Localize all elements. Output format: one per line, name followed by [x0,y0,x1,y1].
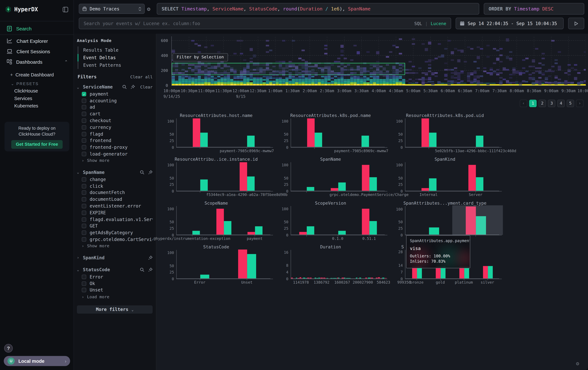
source-settings-gear-icon[interactable]: ⚙ [147,6,150,12]
page-4-button[interactable]: 4 [557,100,565,107]
preset-services[interactable]: Services [14,96,32,101]
inlier-bar[interactable] [476,177,483,191]
filter-option-documentfetch[interactable]: documentFetch [77,190,152,196]
outlier-bar[interactable] [362,209,369,235]
filter-by-selection-button[interactable]: Filter by Selection [172,53,228,61]
inlier-bar[interactable] [307,187,314,191]
inlier-bar[interactable] [369,177,377,191]
filter-group-header-SpanName[interactable]: ⌄SpanName [77,169,152,176]
user-menu[interactable]: U Local mode › [4,356,70,366]
inlier-bar[interactable] [307,226,314,235]
inlier-bar[interactable] [429,178,437,191]
filter-option-unset[interactable]: Unset [77,287,152,293]
page-prev-button[interactable]: ‹ [520,100,527,107]
inlier-bar[interactable] [255,226,262,235]
show-more-button[interactable]: ›Show more [77,157,152,164]
filter-option-frontend-proxy[interactable]: frontend-proxy [77,144,152,150]
sql-select-input[interactable]: SELECT Timestamp, ServiceName, StatusCod… [157,3,479,15]
checkbox[interactable] [82,118,86,123]
outlier-bar[interactable] [469,165,476,191]
filter-option-get[interactable]: GET [77,223,152,230]
filter-option-accounting[interactable]: accounting [77,97,152,104]
filter-option-payment[interactable]: ✓payment [77,91,152,97]
checkbox[interactable] [82,184,86,188]
pin-icon[interactable] [148,255,153,260]
chart-scopeversion[interactable]: ScopeVersion025501000.1.00.51.1 [273,200,388,244]
source-select[interactable]: Demo Traces [79,4,145,14]
filter-option-click[interactable]: click [77,183,152,189]
checkbox[interactable] [82,197,86,202]
checkbox[interactable] [82,224,86,228]
inlier-bar[interactable] [315,132,322,147]
checkbox[interactable] [82,112,86,116]
settings-gear-icon[interactable]: ⚙ [576,360,579,366]
chart-duration[interactable]: Duration04816114197813867921600267200027… [273,244,388,288]
filter-option-flagd-evaluation-v1-serv-[interactable]: flagd.evaluation.v1.Serv… [77,216,152,223]
inlier-bar[interactable] [200,275,209,279]
checkbox[interactable] [82,281,86,286]
sidebar-item-dashboards[interactable]: Dashboards ⌃ [0,57,74,67]
load-more-button[interactable]: ›Load more [77,293,152,300]
filter-option-getadsbycategory[interactable]: getAdsByCategory [77,230,152,236]
filter-group-header-SpanKind[interactable]: ›SpanKind [77,254,152,261]
filter-option-error[interactable]: Error [77,273,152,280]
pin-icon[interactable] [148,170,153,175]
checkbox[interactable] [82,217,86,222]
chart-resourceattribu-ice-instance-id[interactable]: ResourceAttribu..ice.instance.id02550100… [159,156,273,200]
mode-lucene[interactable]: Lucene [431,21,446,26]
checkbox[interactable] [82,105,86,110]
filter-option-cart[interactable]: cart [77,111,152,117]
checkbox[interactable] [82,230,86,235]
search-icon[interactable] [122,85,127,89]
filter-option-load-generator[interactable]: load-generator [77,151,152,157]
filter-option-change[interactable]: change [77,176,152,183]
inlier-bar[interactable] [247,176,255,191]
filter-option-ok[interactable]: Ok [77,280,152,287]
sidebar-item-chart-explorer[interactable]: Chart Explorer [0,36,74,46]
checkbox[interactable] [82,275,86,279]
help-button[interactable]: ? [4,344,13,353]
analysis-mode-event-deltas[interactable]: Event Deltas [78,54,153,61]
search-input[interactable] [84,21,411,26]
chart-resourceattributes-host-name[interactable]: ResourceAttributes.host.name02550100paym… [159,112,273,156]
filter-option-currency[interactable]: currency [77,124,152,131]
create-dashboard-button[interactable]: + Create Dashboard [10,72,54,78]
preset-kubernetes[interactable]: Kubernetes [14,103,38,109]
outlier-bar[interactable] [362,165,369,191]
chevron-up-icon[interactable]: ⌃ [64,59,68,64]
outlier-bar[interactable] [299,232,307,235]
filter-option-documentload[interactable]: documentLoad [77,196,152,203]
inlier-bar[interactable] [338,182,346,191]
checkbox[interactable] [82,288,86,292]
checkbox[interactable] [82,99,86,103]
inlier-bar[interactable] [476,136,483,147]
chart-scopename[interactable]: ScopeName02550100@hyperdx/instrumentatio… [159,200,273,244]
chart-resourceattributes-k8s-pod-uid[interactable]: ResourceAttributes.k8s.pod.uid025501005e… [388,112,502,156]
mode-sql[interactable]: SQL [414,21,422,26]
search-icon[interactable] [140,170,144,175]
outlier-bar[interactable] [238,250,247,278]
preset-clickhouse[interactable]: ClickHouse [14,89,38,94]
page-2-button[interactable]: 2 [539,100,546,107]
filter-group-header-StatusCode[interactable]: ⌄StatusCode [77,266,152,274]
outlier-bar[interactable] [216,209,224,235]
inlier-bar[interactable] [429,132,437,147]
checkbox[interactable] [82,210,86,215]
checkbox[interactable] [82,237,86,242]
sidebar-item-client-sessions[interactable]: Client Sessions [0,46,74,57]
show-more-button[interactable]: ›Show more [77,243,152,250]
page-1-button[interactable]: 1 [529,100,537,107]
search-icon[interactable] [140,268,144,272]
inlier-bar[interactable] [247,254,256,279]
more-filters-button[interactable]: More filters⌄ [77,306,152,314]
filter-option-ad[interactable]: ad [77,104,152,111]
filter-option-frontend[interactable]: frontend [77,137,152,144]
inlier-bar[interactable] [429,228,439,235]
outlier-bar[interactable] [240,162,247,191]
order-by-input[interactable]: ORDER BY Timestamp DESC [484,3,584,15]
filter-option-expire[interactable]: EXPIRE [77,210,152,216]
pin-icon[interactable] [130,85,135,89]
date-range-picker[interactable]: Sep 14 22:04:35 - Sep 15 10:04:35 [456,18,564,29]
inlier-bar[interactable] [338,231,346,235]
filter-option-eventlistener-error[interactable]: eventListener.error [77,203,152,209]
